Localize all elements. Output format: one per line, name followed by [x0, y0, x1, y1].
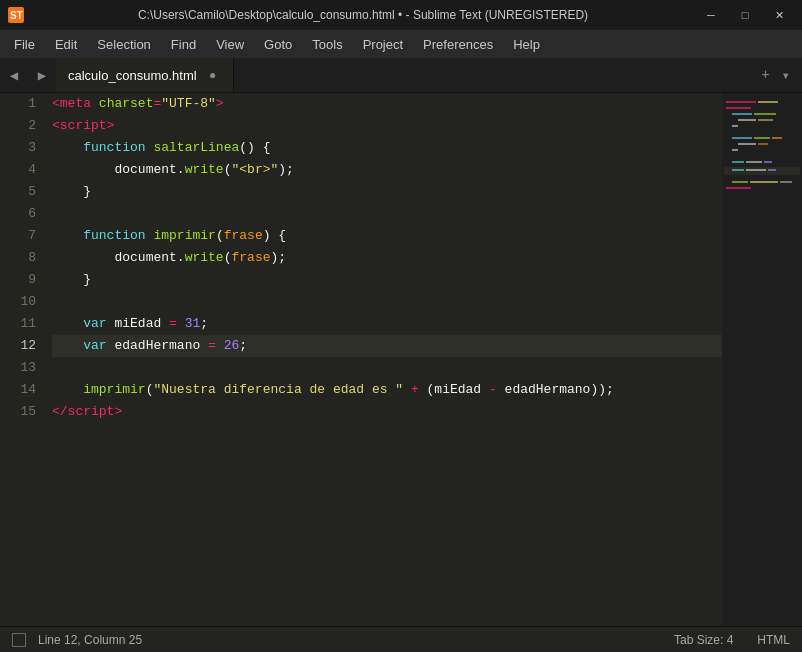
status-left: Line 12, Column 25 [12, 633, 142, 647]
svg-rect-14 [738, 143, 756, 145]
svg-rect-11 [732, 137, 752, 139]
svg-rect-27 [726, 187, 751, 189]
status-syntax: HTML [757, 633, 790, 647]
status-icon [12, 633, 26, 647]
maximize-button[interactable]: □ [730, 5, 760, 25]
menu-find[interactable]: Find [161, 33, 206, 56]
status-tab-size: Tab Size: 4 [674, 633, 733, 647]
tab-list-button[interactable]: ▾ [778, 65, 794, 86]
status-position: Line 12, Column 25 [38, 633, 142, 647]
code-line-2: <script> [52, 115, 722, 137]
line-num-6: 6 [16, 203, 36, 225]
svg-rect-19 [764, 161, 772, 163]
svg-rect-24 [732, 181, 748, 183]
code-line-12: var edadHermano = 26; [52, 335, 722, 357]
svg-rect-15 [758, 143, 768, 145]
svg-rect-21 [732, 169, 744, 171]
menu-selection[interactable]: Selection [87, 33, 160, 56]
menu-bar: File Edit Selection Find View Goto Tools… [0, 30, 802, 58]
tab-bar: ◀ ▶ calculo_consumo.html ● + ▾ [0, 58, 802, 93]
code-line-10 [52, 291, 722, 313]
title-text: C:\Users\Camilo\Desktop\calculo_consumo.… [30, 8, 696, 22]
svg-rect-10 [732, 125, 738, 127]
code-line-13 [52, 357, 722, 379]
tab-close-button[interactable]: ● [205, 67, 221, 83]
code-line-14: imprimir("Nuestra diferencia de edad es … [52, 379, 722, 401]
svg-rect-17 [732, 161, 744, 163]
line-num-14: 14 [16, 379, 36, 401]
code-editor[interactable]: <meta charset="UTF-8"> <script> function… [48, 93, 722, 626]
code-line-15: </script> [52, 401, 722, 423]
line-num-13: 13 [16, 357, 36, 379]
menu-goto[interactable]: Goto [254, 33, 302, 56]
title-bar: ST C:\Users\Camilo\Desktop\calculo_consu… [0, 0, 802, 30]
line-num-11: 11 [16, 313, 36, 335]
code-line-9: } [52, 269, 722, 291]
svg-rect-8 [738, 119, 756, 121]
line-num-4: 4 [16, 159, 36, 181]
line-numbers: 1 2 3 4 5 6 7 8 9 10 11 12 13 14 15 [0, 93, 48, 626]
tab-filename: calculo_consumo.html [68, 68, 197, 83]
menu-project[interactable]: Project [353, 33, 413, 56]
svg-rect-16 [732, 149, 738, 151]
status-bar: Line 12, Column 25 Tab Size: 4 HTML [0, 626, 802, 652]
svg-rect-2 [724, 97, 800, 317]
svg-rect-6 [732, 113, 752, 115]
code-line-7: function imprimir(frase) { [52, 225, 722, 247]
close-button[interactable]: ✕ [764, 5, 794, 25]
menu-file[interactable]: File [4, 33, 45, 56]
line-num-12: 12 [16, 335, 36, 357]
svg-rect-26 [780, 181, 792, 183]
line-num-5: 5 [16, 181, 36, 203]
menu-edit[interactable]: Edit [45, 33, 87, 56]
svg-rect-12 [754, 137, 770, 139]
code-line-6 [52, 203, 722, 225]
active-tab[interactable]: calculo_consumo.html ● [56, 58, 234, 92]
line-num-8: 8 [16, 247, 36, 269]
code-line-5: } [52, 181, 722, 203]
line-num-15: 15 [16, 401, 36, 423]
app-icon: ST [8, 7, 24, 23]
menu-view[interactable]: View [206, 33, 254, 56]
line-num-3: 3 [16, 137, 36, 159]
code-line-11: var miEdad = 31; [52, 313, 722, 335]
tab-next-button[interactable]: ▶ [28, 58, 56, 92]
svg-text:ST: ST [10, 10, 23, 21]
minimap [722, 93, 802, 626]
minimize-button[interactable]: ─ [696, 5, 726, 25]
code-line-8: document.write(frase); [52, 247, 722, 269]
svg-rect-13 [772, 137, 782, 139]
code-line-3: function saltarLinea() { [52, 137, 722, 159]
line-num-7: 7 [16, 225, 36, 247]
svg-rect-25 [750, 181, 778, 183]
code-line-4: document.write("<br>"); [52, 159, 722, 181]
line-num-1: 1 [16, 93, 36, 115]
tab-actions: + ▾ [757, 58, 802, 92]
svg-rect-22 [746, 169, 766, 171]
minimap-content [722, 93, 802, 323]
svg-rect-3 [726, 101, 756, 103]
window-controls: ─ □ ✕ [696, 5, 794, 25]
svg-rect-5 [726, 107, 751, 109]
svg-rect-18 [746, 161, 762, 163]
menu-tools[interactable]: Tools [302, 33, 352, 56]
line-num-9: 9 [16, 269, 36, 291]
menu-preferences[interactable]: Preferences [413, 33, 503, 56]
code-line-1: <meta charset="UTF-8"> [52, 93, 722, 115]
status-right: Tab Size: 4 HTML [674, 633, 790, 647]
svg-rect-7 [754, 113, 776, 115]
menu-help[interactable]: Help [503, 33, 550, 56]
line-num-2: 2 [16, 115, 36, 137]
new-tab-button[interactable]: + [757, 65, 773, 85]
editor-container: 1 2 3 4 5 6 7 8 9 10 11 12 13 14 15 <met… [0, 93, 802, 626]
svg-rect-4 [758, 101, 778, 103]
svg-rect-9 [758, 119, 773, 121]
svg-rect-23 [768, 169, 776, 171]
tab-prev-button[interactable]: ◀ [0, 58, 28, 92]
line-num-10: 10 [16, 291, 36, 313]
